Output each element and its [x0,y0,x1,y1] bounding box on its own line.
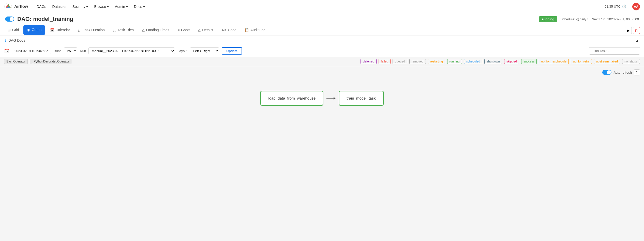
gantt-icon: ≡ [177,28,179,32]
tabs-bar: ⊞ Grid ◉ Graph 📅 Calendar ⬚ Task Duratio… [0,25,644,36]
controls-bar: 📅 2023-02-01T01:34:53Z Runs 25 Run manua… [0,45,644,57]
svg-marker-5 [334,97,336,100]
info-icon[interactable]: ℹ [587,17,589,21]
graph-area: Auto-refresh ↻ load_data_from_warehouse … [0,66,644,241]
tab-task-duration[interactable]: ⬚ Task Duration [74,25,108,35]
dag-node-load-data[interactable]: load_data_from_warehouse [260,91,323,106]
nav-security[interactable]: Security ▾ [70,3,91,10]
tab-audit-log[interactable]: 📋 Audit Log [241,25,269,35]
legend-queued: queued [393,59,407,64]
calendar-icon: 📅 [50,28,54,32]
auto-refresh-toggle[interactable] [602,70,611,75]
legend-deferred: deferred [361,59,377,64]
brand-label: Airflow [14,4,28,9]
tab-graph[interactable]: ◉ Graph [23,25,45,35]
nav-links: DAGs Datasets Security ▾ Browse ▾ Admin … [34,3,147,10]
operator-chips: BashOperator _PythonDecoratedOperator [4,59,71,64]
legend-success: success [521,59,537,64]
dag-schedule: Schedule: @daily ℹ [560,17,589,21]
details-icon: △ [198,28,201,32]
nav-admin[interactable]: Admin ▾ [112,3,130,10]
legend-upstream-failed: upstream_failed [594,59,620,64]
runs-select[interactable]: 25 [64,47,77,54]
tab-grid[interactable]: ⊞ Grid [4,25,22,35]
dag-arrow [326,96,336,101]
chevron-down-icon: ▾ [126,5,128,9]
legend-restarting: restarting [428,59,445,64]
legend-no-status: no_status [622,59,640,64]
grid-icon: ⊞ [8,28,11,32]
auto-refresh-label: Auto-refresh [613,71,632,74]
dag-toggle[interactable] [5,17,14,22]
legend-up-retry: up_for_retry [571,59,592,64]
auto-refresh-bar: Auto-refresh ↻ [602,69,640,75]
layout-label: Layout [177,49,187,53]
legend-scheduled: scheduled [464,59,483,64]
nav-docs[interactable]: Docs ▾ [131,3,147,10]
layout-select[interactable]: Left > Right Top > Bottom [190,47,219,54]
tab-task-tries[interactable]: ⬚ Task Tries [109,25,137,35]
datetime-display: 2023-02-01T01:34:53Z [12,48,51,54]
code-icon: </> [221,28,226,32]
current-time: 01:35 UTC 🕐 [605,5,626,8]
chevron-down-icon: ▾ [107,5,109,9]
legend-shutdown: shutdown [484,59,502,64]
dag-title: DAG: model_training [17,16,73,22]
tab-landing-times[interactable]: △ Landing Times [138,25,173,35]
graph-icon: ◉ [27,28,30,32]
legend-removed: removed [409,59,426,64]
chevron-down-icon: ▾ [143,5,145,9]
dag-status-badge: running [539,16,557,22]
task-duration-icon: ⬚ [78,28,81,32]
tab-calendar[interactable]: 📅 Calendar [46,25,73,35]
python-operator-chip[interactable]: _PythonDecoratedOperator [30,59,72,64]
delete-dag-button[interactable]: 🗑 [633,27,640,34]
legend-bar: BashOperator _PythonDecoratedOperator de… [0,57,644,66]
clock-icon: 🕐 [622,5,626,8]
dag-next-run: Next Run: 2023-02-01, 00:00:00 [592,17,639,21]
audit-log-icon: 📋 [245,28,249,32]
landing-times-icon: △ [142,28,145,32]
run-dag-button[interactable]: ▶ [625,27,632,34]
legend-failed: failed [379,59,391,64]
task-tries-icon: ⬚ [113,28,116,32]
chevron-up-icon: ▲ [635,38,639,42]
nav-datasets[interactable]: Datasets [50,3,69,10]
nav-dags[interactable]: DAGs [34,3,49,10]
run-label: Run [80,49,86,53]
legend-skipped: skipped [504,59,519,64]
dag-docs-left: ℹ DAG Docs [5,38,25,42]
find-task-input[interactable] [589,47,640,55]
nav-browse[interactable]: Browse ▾ [92,3,111,10]
update-button[interactable]: Update [222,47,242,55]
dag-node-train-model[interactable]: train_model_task [339,91,383,106]
main-content: DAG: model_training running Schedule: @d… [0,13,644,241]
chevron-down-icon: ▾ [86,5,88,9]
user-avatar[interactable]: AA [632,3,640,10]
info-icon: ℹ [5,38,6,42]
runs-label: Runs [54,49,61,53]
tab-gantt[interactable]: ≡ Gantt [174,25,193,35]
legend-up-reschedule: up_for_reschedule [539,59,568,64]
tab-code[interactable]: </> Code [218,25,240,35]
brand-logo[interactable]: Airflow [4,3,28,11]
refresh-button[interactable]: ↻ [634,69,640,75]
calendar-ctrl-icon: 📅 [4,49,9,53]
bash-operator-chip[interactable]: BashOperator [4,59,28,64]
top-navigation: Airflow DAGs Datasets Security ▾ Browse … [0,0,644,13]
legend-running: running [447,59,462,64]
tab-details[interactable]: △ Details [194,25,217,35]
dag-graph: load_data_from_warehouse train_model_tas… [4,70,640,126]
run-select[interactable]: manual__2023-02-01T01:34:52.181152+00:00 [88,47,175,54]
dag-header: DAG: model_training running Schedule: @d… [0,13,644,25]
dag-docs-bar[interactable]: ℹ DAG Docs ▲ [0,36,644,45]
